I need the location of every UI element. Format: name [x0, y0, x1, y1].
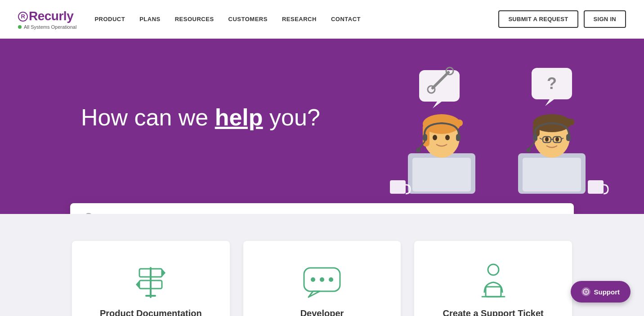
nav-resources[interactable]: RESOURCES: [175, 16, 214, 22]
nav-actions: SUBMIT A REQUEST SIGN IN: [498, 10, 626, 28]
status-text: All Systems Operational: [24, 24, 76, 30]
card-support-ticket[interactable]: Create a Support Ticket: [414, 241, 572, 316]
hero-title: How can we help you?: [81, 103, 320, 131]
svg-rect-22: [523, 158, 581, 191]
nav-product[interactable]: PRODUCT: [94, 16, 125, 22]
svg-point-37: [555, 137, 559, 142]
svg-point-39: [85, 214, 92, 214]
svg-marker-48: [309, 291, 320, 297]
svg-text:?: ?: [585, 290, 587, 294]
nav-research[interactable]: RESEARCH: [282, 16, 317, 22]
signpost-icon: [128, 263, 173, 299]
nav-contact[interactable]: CONTACT: [331, 16, 361, 22]
logo-area: RRecurly All Systems Operational: [18, 9, 76, 30]
nav-links: PRODUCT PLANS RESOURCES CUSTOMERS RESEAR…: [94, 16, 498, 22]
support-fab-button[interactable]: ? Support: [571, 281, 631, 303]
svg-rect-27: [533, 134, 537, 141]
svg-point-18: [433, 135, 437, 140]
svg-rect-38: [588, 180, 604, 194]
logo-text: Recurly: [29, 9, 73, 23]
svg-point-51: [329, 277, 333, 282]
svg-point-17: [416, 148, 420, 152]
chat-icon: [300, 263, 344, 299]
status-line: All Systems Operational: [18, 24, 76, 30]
status-dot-icon: [18, 25, 22, 29]
logo-r-icon: R: [18, 12, 28, 22]
svg-point-36: [545, 137, 549, 142]
nav-customers[interactable]: CUSTOMERS: [228, 16, 268, 22]
svg-rect-28: [566, 134, 571, 141]
svg-rect-53: [486, 287, 501, 297]
cards-section: Product Documentation Developer: [0, 214, 644, 316]
svg-marker-1: [433, 102, 442, 108]
logo[interactable]: RRecurly: [18, 9, 76, 23]
card-developer[interactable]: Developer: [243, 241, 401, 316]
submit-request-button[interactable]: SUBMIT A REQUEST: [498, 10, 578, 28]
svg-point-50: [320, 277, 324, 282]
svg-rect-26: [552, 119, 574, 125]
svg-marker-43: [162, 269, 165, 277]
hero-illustration-svg: ?: [383, 66, 617, 200]
svg-marker-6: [545, 99, 554, 106]
hero-section: How can we help you? ?: [0, 39, 644, 214]
navbar: RRecurly All Systems Operational PRODUCT…: [0, 0, 644, 39]
card-product-docs-title: Product Documentation: [100, 308, 202, 316]
svg-marker-45: [136, 280, 139, 289]
card-support-ticket-title: Create a Support Ticket: [443, 308, 544, 316]
svg-point-52: [488, 264, 499, 275]
svg-rect-20: [390, 180, 406, 194]
card-product-docs[interactable]: Product Documentation: [72, 241, 230, 316]
svg-rect-14: [423, 134, 427, 141]
support-fab-label: Support: [594, 288, 620, 296]
svg-rect-15: [456, 134, 461, 141]
card-developer-title: Developer: [300, 308, 344, 316]
nav-plans[interactable]: PLANS: [139, 16, 161, 22]
svg-line-29: [529, 141, 535, 149]
svg-point-30: [526, 148, 531, 152]
svg-point-49: [311, 277, 315, 282]
hero-title-suffix: you?: [263, 104, 320, 130]
hero-illustration: ?: [383, 66, 617, 209]
hero-text: How can we help you?: [81, 103, 320, 131]
svg-rect-0: [419, 70, 460, 102]
search-box: [70, 203, 574, 214]
hero-title-prefix: How can we: [81, 104, 215, 130]
svg-point-19: [445, 135, 450, 140]
search-input[interactable]: [101, 213, 560, 214]
support-fab-icon: ?: [581, 287, 590, 296]
search-icon: [84, 212, 94, 214]
svg-text:?: ?: [547, 74, 557, 93]
hero-title-highlight: help: [215, 104, 263, 130]
person-laptop-icon: [471, 263, 516, 299]
sign-in-button[interactable]: SIGN IN: [584, 10, 626, 28]
svg-rect-9: [412, 158, 471, 191]
